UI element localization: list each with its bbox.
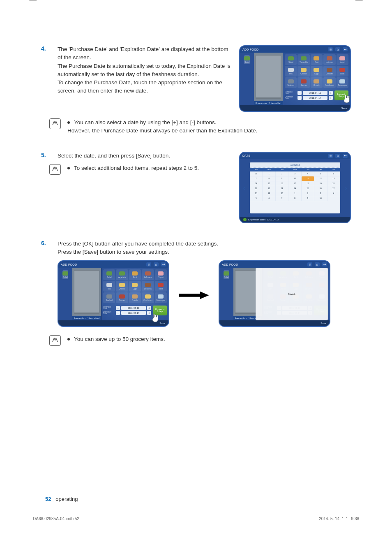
calendar-cell[interactable]: 23 [276, 186, 288, 191]
food-item[interactable]: Beverages [155, 292, 167, 303]
next-month-button[interactable]: › [342, 159, 350, 217]
calendar-cell[interactable]: 10 [314, 196, 327, 201]
food-item[interactable]: Breads [311, 77, 323, 88]
minus-button[interactable]: − [297, 91, 302, 95]
dock-icon[interactable]: ⎚ [146, 262, 151, 266]
dock-icon[interactable]: ⎚ [307, 262, 312, 266]
calendar-cell[interactable]: 5 [250, 196, 263, 201]
calendar-cell[interactable]: 3 [314, 191, 327, 196]
calendar-cell[interactable]: 5 [314, 171, 327, 176]
food-item[interactable]: Sauces [297, 77, 309, 88]
calendar-cell[interactable]: 9 [302, 196, 314, 201]
food-item[interactable]: Salad [103, 269, 115, 280]
calendar-cell[interactable]: 11 [302, 176, 314, 181]
calendar-cell[interactable]: 2 [276, 171, 288, 176]
calendar-cell[interactable]: 1 [288, 191, 301, 196]
food-item[interactable]: Fruit [311, 54, 323, 65]
food-item[interactable]: Fruit [129, 269, 141, 280]
calendar-cell[interactable]: 19 [314, 181, 327, 186]
minus-button[interactable]: − [116, 311, 120, 315]
calendar-cell[interactable]: 8 [288, 196, 301, 201]
food-item[interactable]: Condiment [142, 292, 154, 303]
food-item[interactable]: Breads [129, 292, 141, 303]
food-item[interactable]: Leftovers [323, 54, 335, 65]
food-item[interactable]: Vegetable [116, 269, 128, 280]
calendar-cell[interactable]: 8 [263, 176, 275, 181]
expiration-date-value[interactable]: 2013. 04. 14 [303, 96, 327, 100]
food-item[interactable]: Yogurt [337, 54, 348, 65]
calendar-cell[interactable]: 10 [288, 176, 301, 181]
back-icon[interactable]: ↩ [161, 262, 166, 266]
calendar-cell[interactable]: 18 [302, 181, 314, 186]
food-item[interactable]: Vegetable [297, 54, 309, 65]
food-item[interactable]: Eggs [311, 66, 323, 76]
home-icon[interactable]: ⌂ [335, 47, 340, 51]
selected-food[interactable]: Salad [62, 270, 68, 279]
calendar-cell[interactable]: 24 [288, 186, 301, 191]
save-button[interactable]: Save [321, 322, 326, 324]
calendar-cell[interactable]: 6 [327, 171, 340, 176]
food-item[interactable]: Desserts [323, 66, 335, 76]
purchase-date-value[interactable]: 2013. 04. 11 [303, 91, 327, 95]
calendar-cell[interactable]: 14 [250, 181, 263, 186]
food-item[interactable]: Desserts [142, 281, 154, 292]
home-icon[interactable]: ⌂ [315, 262, 320, 266]
expiration-date-value[interactable]: 2013. 04. 14 [121, 311, 146, 315]
calendar-cell[interactable]: 30 [276, 191, 288, 196]
back-icon[interactable]: ↩ [343, 47, 348, 51]
food-item[interactable]: Milk [103, 281, 115, 292]
food-item[interactable]: Eggs [129, 281, 141, 292]
plus-button[interactable]: + [329, 96, 333, 100]
dock-icon[interactable]: ⎚ [328, 47, 333, 51]
food-item[interactable]: Meat [155, 281, 167, 292]
plus-button[interactable]: + [329, 91, 333, 95]
calendar-cell[interactable]: 2 [302, 191, 314, 196]
fridge-door-icon[interactable] [256, 55, 281, 99]
back-icon[interactable]: ↩ [343, 154, 348, 158]
minus-button[interactable]: − [297, 96, 302, 100]
save-button[interactable]: Save [341, 107, 347, 109]
dock-icon[interactable]: ⎚ [328, 154, 333, 158]
home-icon[interactable]: ⌂ [335, 154, 340, 158]
food-item[interactable]: Seafood [285, 77, 297, 88]
purchase-date-value[interactable]: 2013. 04. 11 [121, 306, 146, 310]
food-item[interactable]: Milk [285, 66, 297, 76]
food-item[interactable]: Meat [337, 66, 348, 76]
food-item[interactable]: Cheese [116, 281, 128, 292]
save-button[interactable]: Save [159, 322, 165, 324]
food-item[interactable]: Condiment [323, 77, 335, 88]
food-item[interactable]: Seafood [103, 292, 115, 303]
calendar-cell[interactable]: 3 [288, 171, 301, 176]
calendar-cell[interactable]: 1 [263, 171, 275, 176]
calendar-cell[interactable]: 17 [288, 181, 301, 186]
calendar-cell[interactable]: 20 [327, 181, 340, 186]
calendar-cell[interactable]: 12 [314, 176, 327, 181]
minus-button[interactable]: − [116, 306, 120, 310]
selected-food[interactable]: Salad [244, 55, 250, 64]
plus-button[interactable]: + [147, 306, 151, 310]
calendar-cell[interactable]: 22 [263, 186, 275, 191]
food-item[interactable]: Beverages [337, 77, 348, 88]
calendar-cell[interactable]: 4 [327, 191, 340, 196]
prev-month-button[interactable]: ‹ [240, 159, 248, 217]
calendar-cell[interactable]: 7 [250, 176, 263, 181]
calendar-cell[interactable]: 7 [276, 196, 288, 201]
back-icon[interactable]: ↩ [322, 262, 327, 266]
calendar-cell[interactable]: 25 [302, 186, 314, 191]
food-item[interactable]: Cheese [297, 66, 309, 76]
calendar-cell[interactable]: 15 [263, 181, 275, 186]
food-item[interactable]: Sauces [116, 292, 128, 303]
calendar-cell[interactable]: 6 [263, 196, 275, 201]
calendar-cell[interactable]: 27 [327, 186, 340, 191]
calendar-cell[interactable]: 29 [263, 191, 275, 196]
calendar-cell[interactable]: 21 [250, 186, 263, 191]
calendar-cell[interactable]: 28 [250, 191, 263, 196]
fridge-door-icon[interactable] [74, 270, 99, 314]
calendar-cell[interactable]: 31 [250, 171, 263, 176]
calendar-cell[interactable]: 16 [276, 181, 288, 186]
food-item[interactable]: Leftovers [142, 269, 154, 280]
home-icon[interactable]: ⌂ [154, 262, 159, 266]
calendar-cell[interactable]: 9 [276, 176, 288, 181]
calendar-cell[interactable]: 26 [314, 186, 327, 191]
food-item[interactable]: Yogurt [155, 269, 167, 280]
